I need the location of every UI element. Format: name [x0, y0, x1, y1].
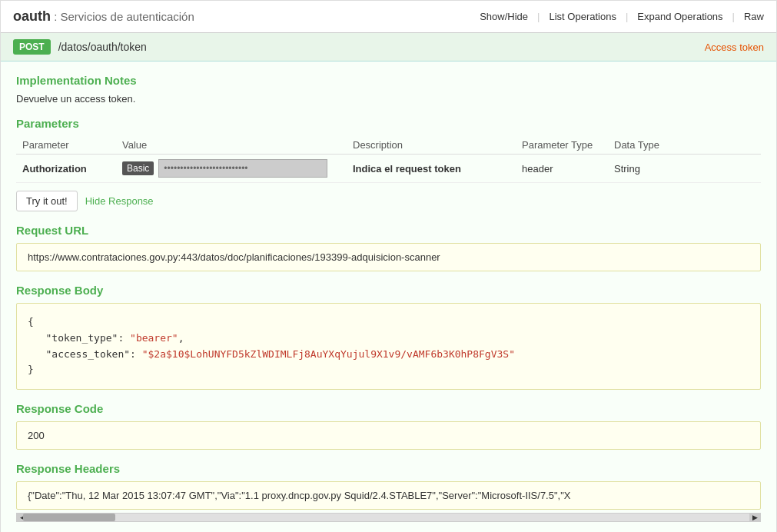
scroll-right-arrow[interactable]: ▶	[749, 514, 760, 521]
impl-notes-title: Implementation Notes	[16, 74, 761, 87]
endpoint-path: /datos/oauth/token	[58, 41, 147, 53]
auth-value-input[interactable]	[158, 159, 327, 178]
auth-basic-badge: Basic	[122, 161, 154, 175]
response-headers-title: Response Headers	[16, 462, 761, 475]
hide-response-link[interactable]: Hide Response	[85, 195, 154, 207]
show-hide-link[interactable]: Show/Hide	[480, 11, 528, 22]
param-value-cell: Basic	[116, 155, 347, 183]
impl-notes-text: Devuelve un access token.	[16, 93, 761, 105]
response-code-box: 200	[16, 421, 761, 450]
try-it-button[interactable]: Try it out!	[16, 191, 78, 211]
code-val-access-token: "$2a$10$LohUNYFD5kZlWDIMLFj8AuYXqYujul9X…	[142, 348, 515, 360]
title-bold: oauth	[13, 8, 51, 24]
main-content: Implementation Notes Devuelve un access …	[1, 62, 776, 532]
code-key-access-token: "access_token":	[45, 348, 141, 360]
top-nav: Show/Hide | List Operations | Expand Ope…	[480, 11, 764, 22]
code-line-2: "access_token": "$2a$10$LohUNYFD5kZlWDIM…	[28, 347, 749, 363]
response-code-title: Response Code	[16, 402, 761, 415]
param-name-cell: Authorization	[16, 155, 116, 183]
param-type-value: header	[522, 163, 553, 175]
request-url-box: https://www.contrataciones.gov.py:443/da…	[16, 243, 761, 271]
endpoint-left: POST /datos/oauth/token	[13, 39, 147, 55]
params-tbody: Authorization Basic Indica el request to…	[16, 155, 761, 183]
code-comma-1: ,	[178, 332, 184, 344]
raw-link[interactable]: Raw	[744, 11, 764, 22]
param-description: Indica el request token	[353, 163, 461, 175]
col-value: Value	[116, 136, 347, 155]
list-operations-link[interactable]: List Operations	[549, 11, 616, 22]
param-type-cell: header	[516, 155, 608, 183]
col-param-type: Parameter Type	[516, 136, 608, 155]
parameters-title: Parameters	[16, 117, 761, 130]
actions-row: Try it out! Hide Response	[16, 191, 761, 211]
title-rest: Servicios de autenticación	[61, 10, 194, 23]
scroll-thumb[interactable]	[23, 514, 115, 521]
response-body-box: { "token_type": "bearer", "access_token"…	[16, 303, 761, 390]
endpoint-bar: POST /datos/oauth/token Access token	[1, 33, 776, 62]
col-data-type: Data Type	[608, 136, 761, 155]
method-badge: POST	[13, 39, 51, 55]
param-name: Authorization	[22, 163, 87, 175]
horizontal-scrollbar[interactable]: ◀ ▶	[16, 513, 761, 522]
response-body-title: Response Body	[16, 284, 761, 297]
code-val-token-type: "bearer"	[130, 332, 178, 344]
code-line-0: {	[28, 314, 749, 331]
code-key-token-type: "token_type":	[45, 332, 130, 344]
title-colon: :	[51, 10, 61, 23]
page-title: oauth : Servicios de autenticación	[13, 8, 194, 25]
table-row: Authorization Basic Indica el request to…	[16, 155, 761, 183]
nav-sep-1: |	[537, 11, 540, 22]
nav-sep-2: |	[626, 11, 628, 22]
nav-sep-3: |	[732, 11, 735, 22]
param-description-cell: Indica el request token	[347, 155, 516, 183]
access-token-link[interactable]: Access token	[705, 42, 764, 53]
code-line-3: }	[28, 362, 749, 378]
expand-operations-link[interactable]: Expand Operations	[637, 11, 722, 22]
param-datatype-cell: String	[608, 155, 761, 183]
col-parameter: Parameter	[16, 136, 116, 155]
top-header: oauth : Servicios de autenticación Show/…	[1, 1, 776, 33]
params-thead: Parameter Value Description Parameter Ty…	[16, 136, 761, 155]
parameters-table: Parameter Value Description Parameter Ty…	[16, 136, 761, 183]
request-url-title: Request URL	[16, 224, 761, 237]
response-headers-box: {"Date":"Thu, 12 Mar 2015 13:07:47 GMT",…	[16, 481, 761, 510]
code-line-1: "token_type": "bearer",	[28, 331, 749, 347]
param-datatype-value: String	[614, 163, 640, 175]
params-header-row: Parameter Value Description Parameter Ty…	[16, 136, 761, 155]
col-description: Description	[347, 136, 516, 155]
auth-value-wrapper: Basic	[122, 159, 340, 178]
